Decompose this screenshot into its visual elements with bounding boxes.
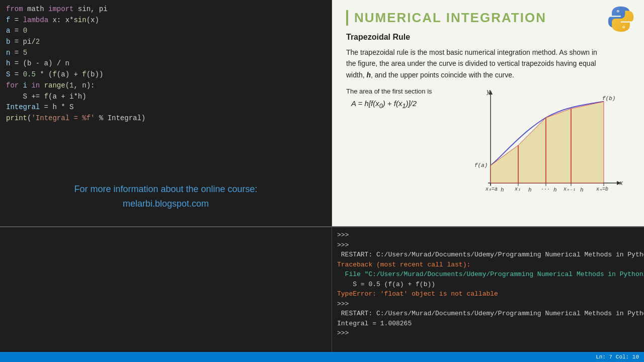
terminal-line: >>>	[337, 299, 639, 309]
promo-line1: For more information about the online co…	[0, 182, 332, 197]
svg-text:h: h	[528, 187, 532, 193]
status-bar: Ln: 7 Col: 10	[0, 352, 644, 362]
terminal-line: Traceback (most recent call last):	[337, 260, 639, 270]
description: The trapezoidal rule is the most basic n…	[346, 47, 608, 80]
terminal-line: >>>	[337, 328, 639, 338]
terminal-line: Integral = 1.008265	[337, 319, 639, 329]
svg-marker-13	[571, 102, 604, 183]
code-line: a = 0	[6, 26, 326, 37]
status-position: Ln: 7 Col: 10	[596, 354, 639, 360]
code-editor: from math import sin, pif = lambda x: x*…	[0, 0, 332, 226]
formula-area: The area of the first section is A = h[f…	[346, 87, 457, 110]
svg-text:···: ···	[541, 187, 550, 192]
svg-text:h: h	[580, 187, 584, 193]
terminal-left-empty	[0, 227, 332, 352]
terminal-panel: >>> >>> RESTART: C:/Users/Murad/Document…	[0, 226, 644, 352]
code-line: Integral = h * S	[6, 102, 326, 113]
code-content: from math import sin, pif = lambda x: x*…	[6, 4, 326, 124]
svg-text:h: h	[501, 187, 504, 193]
terminal-line: RESTART: C:/Users/Murad/Documents/Udemy/…	[337, 250, 639, 260]
terminal-line: TypeError: 'float' object is not callabl…	[337, 289, 639, 299]
subtitle: Trapezoidal Rule	[346, 33, 630, 42]
code-line: for i in range(1, n):	[6, 80, 326, 92]
code-line: S += f(a + i*h)	[6, 92, 326, 103]
svg-text:y: y	[486, 88, 491, 96]
code-line: b = pi/2	[6, 37, 326, 48]
terminal-output: >>> >>> RESTART: C:/Users/Murad/Document…	[332, 227, 644, 352]
svg-point-3	[623, 27, 624, 28]
terminal-line: >>>	[337, 240, 639, 250]
svg-text:f(a): f(a)	[474, 162, 488, 168]
svg-text:x₁: x₁	[514, 187, 521, 192]
terminal-line: File "C:/Users/Murad/Documents/Udemy/Pro…	[337, 269, 639, 280]
diagram-area: The area of the first section is A = h[f…	[346, 87, 630, 203]
section-title: NUMERICAL INTEGRATION	[346, 10, 630, 26]
terminal-line: S = 0.5 (f(a) + f(b))	[337, 280, 639, 290]
formula-equation: A = h[f(x0) + f(x1)]/2	[351, 99, 457, 110]
svg-text:xₙ=b: xₙ=b	[596, 187, 608, 192]
code-line: print('Integral = %f' % Integral)	[6, 113, 326, 124]
code-line: f = lambda x: x*sin(x)	[6, 15, 326, 26]
svg-text:h: h	[553, 187, 557, 193]
svg-text:xₙ₋₁: xₙ₋₁	[563, 187, 576, 192]
svg-text:x₀=a: x₀=a	[485, 187, 498, 192]
svg-marker-12	[546, 109, 571, 183]
svg-text:x: x	[619, 180, 623, 187]
formula-intro: The area of the first section is	[346, 87, 457, 95]
code-line: h = (b - a) / n	[6, 58, 326, 69]
promo-block: For more information about the online co…	[0, 182, 332, 211]
svg-point-1	[617, 11, 618, 12]
code-line: n = 5	[6, 48, 326, 59]
terminal-line: RESTART: C:/Users/Murad/Documents/Udemy/…	[337, 309, 639, 319]
svg-text:f(b): f(b)	[602, 96, 615, 102]
terminal-line: >>>	[337, 230, 639, 240]
trap-diagram: y x f(a)	[467, 87, 630, 203]
promo-line2: melarbi.blogspot.com	[0, 197, 332, 211]
code-line: S = 0.5 * (f(a) + f(b))	[6, 69, 326, 80]
content-panel: NUMERICAL INTEGRATION Trapezoidal Rule T…	[332, 0, 644, 226]
code-line: from math import sin, pi	[6, 4, 326, 15]
python-logo	[607, 5, 635, 33]
svg-marker-10	[491, 145, 518, 183]
